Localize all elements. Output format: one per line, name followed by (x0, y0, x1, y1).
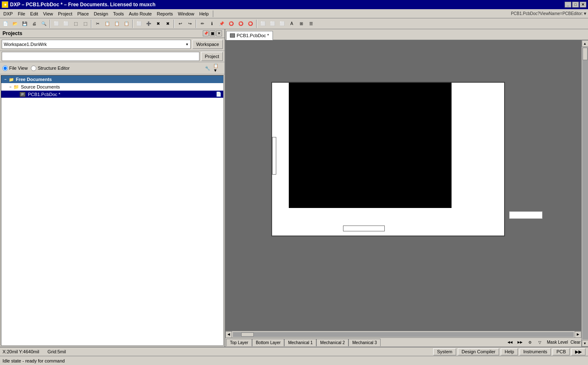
tb-zoom[interactable]: 🔍 (39, 19, 48, 28)
workspace-button[interactable]: Workspace (192, 40, 223, 49)
tb-grid[interactable]: ⊞ (297, 19, 306, 28)
tb-pencil[interactable]: ✏ (198, 19, 207, 28)
tb-info[interactable]: ℹ (207, 19, 217, 28)
menu-reports[interactable]: Reports (154, 10, 176, 17)
tb-new[interactable]: 📄 (1, 19, 10, 28)
layer-funnel-button[interactable]: ▽ (535, 338, 545, 347)
close-button[interactable]: ✕ (580, 2, 586, 8)
scroll-right-button[interactable]: ▶ (575, 331, 581, 338)
pcb-button[interactable]: PCB (553, 348, 570, 355)
menu-view[interactable]: View (40, 10, 56, 17)
tb-save[interactable]: 💾 (20, 19, 29, 28)
expand-button[interactable]: ▶▶ (571, 348, 585, 355)
layer-right-button[interactable]: ▶▶ (515, 338, 525, 347)
tb-cross1[interactable]: ✖ (154, 19, 163, 28)
menu-file[interactable]: File (15, 10, 28, 17)
panel-close-button[interactable]: ✕ (216, 30, 222, 36)
tb-plus[interactable]: ➕ (144, 19, 153, 28)
menu-autoroute[interactable]: Auto Route (126, 10, 154, 17)
tb-select2[interactable]: ⬜ (61, 19, 71, 28)
tb-copy[interactable]: 📋 (103, 19, 112, 28)
menu-place[interactable]: Place (75, 10, 91, 17)
tb-paste[interactable]: 📋 (112, 19, 121, 28)
tb-undo[interactable]: ↩ (176, 19, 185, 28)
tb-paste2[interactable]: 📋 (122, 19, 131, 28)
file-view-radio[interactable]: File View (3, 66, 28, 71)
clear-button[interactable]: Clear (570, 340, 580, 345)
tree-item-source-documents[interactable]: − 📁 Source Documents (1, 83, 223, 91)
design-compiler-button[interactable]: Design Compiler (458, 348, 499, 355)
layer-tab-mech2[interactable]: Mechanical 2 (316, 339, 348, 346)
panel-pin-button[interactable]: 📌 (203, 30, 209, 36)
tb-select3[interactable]: ⬚ (71, 19, 80, 28)
doc-tabs: PCB1.PcbDoc * (225, 29, 588, 40)
tb-select1[interactable]: ⬜ (52, 19, 61, 28)
tb-redo[interactable]: ↪ (185, 19, 194, 28)
tb-cross2[interactable]: ✖ (163, 19, 172, 28)
file-view-radio-input[interactable] (3, 66, 8, 71)
tb-box1[interactable]: ⬜ (258, 19, 268, 28)
doc-tab-pcb1[interactable]: PCB1.PcbDoc * (226, 31, 273, 40)
workspace-row: Workspace1.DsnWrk ▼ Workspace (0, 38, 225, 51)
v-scroll-track[interactable] (582, 47, 588, 340)
tb-open[interactable]: 📂 (10, 19, 20, 28)
view-name-display: PCB1.PcbDoc?ViewName=PCBEditor:▼ (511, 11, 587, 16)
menu-window[interactable]: Window (175, 10, 197, 17)
project-button[interactable]: Project (201, 52, 223, 61)
h-scroll-track[interactable] (233, 332, 574, 337)
layer-tab-mech1[interactable]: Mechanical 1 (284, 339, 316, 346)
tb-list[interactable]: ☰ (306, 19, 315, 28)
right-scrollbar[interactable]: ▲ ▼ (581, 40, 588, 347)
tb-pin[interactable]: 📌 (217, 19, 226, 28)
structure-editor-radio[interactable]: Structure Editor (31, 66, 69, 71)
tree-item-pcb1[interactable]: P PCB1.PcbDoc * 📄 (1, 91, 223, 98)
minimize-button[interactable]: _ (565, 2, 571, 8)
canvas-area[interactable] (225, 40, 581, 331)
menu-design[interactable]: Design (91, 10, 111, 17)
layer-filter-button[interactable]: ⚙ (525, 338, 535, 347)
view-icon-2[interactable]: 📋▼ (213, 63, 222, 73)
status-bar: X:20mil Y:4640mil Grid:5mil System Desig… (0, 347, 588, 356)
maximize-button[interactable]: □ (572, 2, 579, 8)
menu-project[interactable]: Project (56, 10, 75, 17)
status-right: System Design Compiler Help Instruments … (433, 348, 585, 355)
tb-print[interactable]: 🖨 (30, 19, 39, 28)
tb-rect[interactable]: ⬜ (134, 19, 144, 28)
tree-toggle-1: − (3, 77, 8, 81)
tb-circle2[interactable]: ⭕ (236, 19, 245, 28)
horizontal-scrollbar[interactable]: ◀ ▶ (225, 331, 581, 337)
tb-select4[interactable]: ⬚ (81, 19, 90, 28)
scroll-up-button[interactable]: ▲ (582, 40, 588, 47)
system-button[interactable]: System (433, 348, 456, 355)
layer-tab-top[interactable]: Top Layer (226, 339, 252, 346)
menu-tools[interactable]: Tools (111, 10, 126, 17)
structure-editor-radio-input[interactable] (31, 66, 36, 71)
panel-header-controls[interactable]: 📌 ▣ ✕ (203, 30, 222, 36)
h-scroll-thumb[interactable] (241, 332, 254, 337)
tree-area[interactable]: − 📁 Free Documents − 📁 Source Documents … (1, 75, 224, 346)
menu-dxp[interactable]: DXP (1, 10, 15, 17)
tb-circle3[interactable]: ⭕ (246, 19, 255, 28)
view-icon-1[interactable]: 🔧 (203, 63, 212, 73)
tb-circle1[interactable]: ⭕ (227, 19, 236, 28)
tb-box3[interactable]: ⬜ (278, 19, 287, 28)
v-scroll-thumb[interactable] (583, 48, 588, 60)
scroll-left-button[interactable]: ◀ (225, 331, 232, 338)
tb-box2[interactable]: ⬜ (268, 19, 277, 28)
menu-edit[interactable]: Edit (28, 10, 40, 17)
tree-item-free-documents[interactable]: − 📁 Free Documents (1, 76, 223, 83)
title-bar-controls[interactable]: _ □ ✕ (565, 2, 586, 8)
layer-tab-bottom[interactable]: Bottom Layer (252, 339, 284, 346)
workspace-dropdown[interactable]: Workspace1.DsnWrk ▼ (2, 40, 191, 49)
pcb-file-icon: P (20, 92, 25, 97)
layer-tab-mech3[interactable]: Mechanical 3 (348, 339, 381, 346)
instruments-button[interactable]: Instruments (520, 348, 551, 355)
tb-text[interactable]: A (287, 19, 296, 28)
help-button[interactable]: Help (501, 348, 518, 355)
menu-help[interactable]: Help (197, 10, 211, 17)
tb-cut[interactable]: ✂ (93, 19, 102, 28)
project-input[interactable] (2, 52, 199, 61)
scroll-down-button[interactable]: ▼ (582, 340, 588, 347)
layer-left-button[interactable]: ◀◀ (505, 338, 515, 347)
panel-float-button[interactable]: ▣ (209, 30, 215, 36)
